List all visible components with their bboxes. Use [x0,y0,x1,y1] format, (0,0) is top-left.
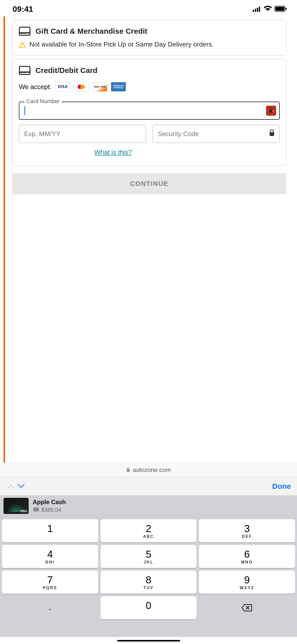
svg-rect-19 [270,132,274,136]
wallet-card-amount: $385.04 [41,507,61,513]
cellular-icon [253,5,261,14]
keypad-1[interactable]: 1 [2,519,98,542]
warning-icon [19,41,25,48]
expiry-input[interactable]: Exp. MM/YY [19,125,146,143]
mastercard-logo [74,82,89,92]
svg-rect-17 [269,110,272,113]
keypad-.: . [2,596,98,619]
status-time: 09:41 [13,5,33,14]
wallet-card-thumb: VISA [4,498,29,514]
lock-icon [126,466,130,473]
security-code-input[interactable]: Security Code [153,125,280,143]
keypad-0[interactable]: 0 [101,596,197,619]
wifi-icon [264,5,272,14]
svg-rect-5 [275,7,284,11]
home-indicator[interactable] [117,640,180,641]
keyboard-done-button[interactable]: Done [272,482,291,491]
gift-card-title: Gift Card & Merchandise Credit [35,27,147,35]
card-number-label: Card Number [24,98,62,105]
credit-card-icon [19,66,30,75]
svg-rect-14 [26,73,28,73]
svg-rect-0 [253,10,254,12]
keypad-5[interactable]: 5JKL [101,545,197,568]
svg-rect-10 [22,44,22,46]
prev-field-button [6,481,16,491]
svg-rect-9 [26,33,28,34]
amex-logo: AMERICANEXPRESS [111,82,126,92]
visa-logo: VISA [55,82,70,92]
svg-rect-6 [286,8,287,10]
status-bar: 09:41 [0,0,297,16]
browser-url: autozone.com [133,466,171,473]
keypad-2[interactable]: 2ABC [101,519,197,542]
keyboard-accessory: Done [0,477,297,495]
keypad-6[interactable]: 6MNO [199,545,295,568]
svg-rect-22 [33,508,39,511]
next-field-button[interactable] [16,481,26,491]
svg-point-16 [80,85,85,89]
wallet-card-name: Apple Cash [33,499,66,506]
keypad-delete[interactable] [199,596,295,619]
gift-card-note: Not available for In-Store Pick Up or Sa… [29,40,214,49]
svg-rect-3 [259,7,260,12]
text-cursor [24,106,25,115]
continue-button[interactable]: CONTINUE [12,173,286,194]
browser-url-bar[interactable]: autozone.com [0,463,297,477]
keypad-4[interactable]: 4GHI [2,545,98,568]
what-is-this-link[interactable]: What is this? [94,148,280,156]
svg-rect-11 [22,46,22,47]
keypad-9[interactable]: 9WXYZ [199,571,295,594]
we-accept-label: We accept: [19,83,52,91]
credit-card-section: Credit/Debit Card We accept: VISA DISC●V… [12,59,286,166]
svg-rect-18 [273,110,273,112]
battery-icon [274,5,287,14]
lock-icon [269,130,275,138]
keypad-8[interactable]: 8TUV [101,571,197,594]
svg-rect-2 [257,8,258,12]
gift-card-section: Gift Card & Merchandise Credit Not avail… [12,20,286,56]
card-stack-icon [33,507,39,513]
keypad-3[interactable]: 3DEF [199,519,295,542]
discover-logo: DISC●VER [92,82,107,92]
password-manager-icon[interactable] [266,106,276,116]
wallet-suggestion[interactable]: VISA Apple Cash $385.04 [0,495,297,517]
keypad-7[interactable]: 7PQRS [2,571,98,594]
numeric-keypad: 1 2ABC3DEF4GHI5JKL6MNO7PQRS8TUV9WXYZ.0 [0,517,297,637]
credit-card-icon [19,27,30,36]
svg-rect-20 [127,469,130,472]
credit-card-title: Credit/Debit Card [35,66,98,75]
svg-rect-1 [255,9,256,12]
